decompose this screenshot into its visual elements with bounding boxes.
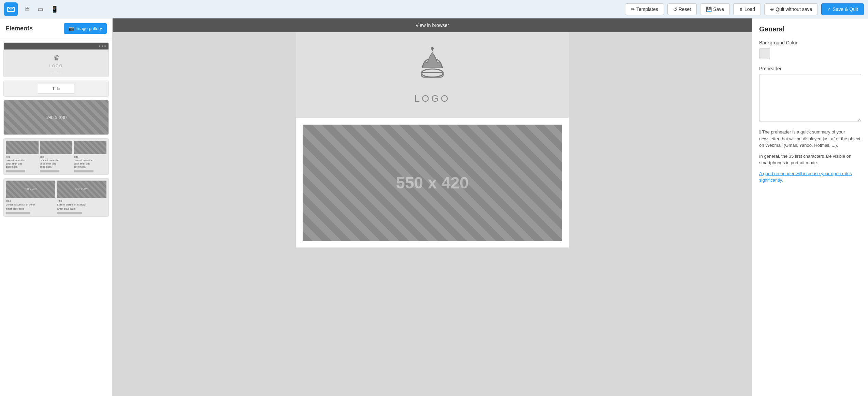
desktop-view-button[interactable]: 🖥 [21, 4, 33, 14]
svg-point-2 [421, 69, 443, 77]
canvas-big-image: 550 x 420 [303, 125, 562, 241]
preheader-link[interactable]: A good preheader will increase your open… [759, 171, 852, 183]
preheader-label: Preheader [759, 66, 861, 71]
thumb-col-btn-2 [40, 170, 59, 172]
canvas-big-label: 550 x 420 [396, 173, 469, 192]
preheader-info-1: ℹ The preheader is a quick summary of yo… [759, 129, 861, 149]
thumb-title-box: Title [38, 84, 74, 94]
device-buttons: 🖥 ▭ 📱 [21, 4, 61, 14]
thumb-3col-row: TitleLorem ipsum sit etdolor amet placea… [6, 141, 106, 172]
left-panel: Elements 📷 Image gallery ♛ LOGO — — — [0, 18, 113, 396]
quit-without-save-button[interactable]: ⊖ Quit without save [764, 3, 818, 15]
center-canvas: View in browser LOGO [113, 18, 752, 396]
thumb-2col-text-1: TitleLorem ipsum sit et doloramet plac e… [6, 199, 55, 211]
image-gallery-button[interactable]: 📷 Image gallery [64, 23, 107, 34]
nav-dot-1 [99, 45, 100, 47]
thumb-col-btn-3 [74, 170, 93, 172]
canvas-logo-section: LOGO [296, 32, 569, 118]
canvas-logo-text: LOGO [415, 93, 450, 104]
tablet-view-button[interactable]: ▭ [35, 4, 46, 14]
thumb-col-img-3 [74, 141, 106, 154]
thumb-col-text-1: TitleLorem ipsum sit etdolor amet placea… [6, 155, 39, 169]
thumb-col-text-2: TitleLorem ipsum sit etdolor amet placea… [40, 155, 73, 169]
nav-dot-2 [102, 45, 103, 47]
thumb-col-2: TitleLorem ipsum sit etdolor amet placea… [40, 141, 73, 172]
thumb-nav-bar [4, 43, 108, 50]
thumb-image-area: 590 x 380 [4, 100, 108, 135]
background-color-swatch[interactable] [759, 48, 770, 59]
email-canvas: LOGO 550 x 420 [296, 32, 569, 248]
thumb-col-btn-1 [6, 170, 25, 172]
thumb-3col: TitleLorem ipsum sit etdolor amet placea… [4, 139, 108, 174]
thumb-logo-text: LOGO [49, 64, 63, 68]
thumb-2col-btn-1 [6, 212, 30, 214]
right-panel: General Background Color Preheader ℹ The… [752, 18, 868, 396]
left-panel-header: Elements 📷 Image gallery [0, 18, 112, 39]
thumb-col-3: TitleLorem ipsum sit etdolor amet placea… [74, 141, 106, 172]
thumb-col-text-3: TitleLorem ipsum sit etdolor amet placea… [74, 155, 106, 169]
nav-dot-3 [104, 45, 106, 47]
thumb-2col-text-2: TitleLorem ipsum sit et doloramet plac e… [57, 199, 107, 211]
element-nav-logo[interactable]: ♛ LOGO — — — [3, 42, 109, 77]
thumb-col-1: TitleLorem ipsum sit etdolor amet placea… [6, 141, 39, 172]
navbar: 🖥 ▭ 📱 ✏ Templates ↺ Reset 💾 Save ⬆ Load … [0, 0, 868, 18]
preheader-info-2: In general, the 35 first characters are … [759, 153, 861, 166]
elements-list: ♛ LOGO — — — Title 590 x 380 [0, 39, 112, 220]
thumb-2col-btn-2 [57, 212, 82, 214]
thumb-2col-img-2: 550 x 420 [57, 181, 107, 198]
main-layout: Elements 📷 Image gallery ♛ LOGO — — — [0, 18, 868, 396]
save-quit-button[interactable]: ✓ Save & Quit [821, 3, 864, 15]
canvas-crown-icon [415, 46, 449, 90]
canvas-image-section[interactable]: 550 x 420 [296, 118, 569, 248]
preheader-input[interactable] [759, 74, 861, 122]
general-title: General [759, 25, 861, 33]
app-logo [4, 2, 18, 16]
thumb-2col-row: 550 x 420 TitleLorem ipsum sit et dolora… [6, 181, 106, 214]
thumb-2col: 550 x 420 TitleLorem ipsum sit et dolora… [4, 179, 108, 216]
thumb-crown-icon: ♛ [53, 54, 60, 62]
thumb-image-label: 590 x 380 [46, 115, 67, 120]
reset-button[interactable]: ↺ Reset [667, 3, 697, 15]
save-button[interactable]: 💾 Save [700, 3, 730, 15]
element-3col[interactable]: TitleLorem ipsum sit etdolor amet placea… [3, 138, 109, 175]
mobile-view-button[interactable]: 📱 [48, 4, 61, 14]
load-button[interactable]: ⬆ Load [733, 3, 761, 15]
view-in-browser-bar: View in browser [113, 18, 752, 32]
thumb-logo-area: ♛ LOGO — — — [4, 50, 108, 77]
templates-button[interactable]: ✏ Templates [625, 3, 664, 15]
background-color-label: Background Color [759, 40, 861, 45]
thumb-col-img-1 [6, 141, 39, 154]
element-image-590[interactable]: 590 x 380 [3, 100, 109, 135]
thumb-col-img-2 [40, 141, 73, 154]
element-2col[interactable]: 550 x 420 TitleLorem ipsum sit et dolora… [3, 178, 109, 217]
thumb-2col-item-1: 550 x 420 TitleLorem ipsum sit et dolora… [6, 181, 55, 214]
thumb-2col-item-2: 550 x 420 TitleLorem ipsum sit et dolora… [57, 181, 107, 214]
thumb-2col-img-1: 550 x 420 [6, 181, 55, 198]
thumb-title-area: Title [4, 81, 108, 96]
thumb-sub-text: — — — [50, 69, 61, 73]
element-title[interactable]: Title [3, 81, 109, 97]
elements-title: Elements [5, 25, 33, 32]
